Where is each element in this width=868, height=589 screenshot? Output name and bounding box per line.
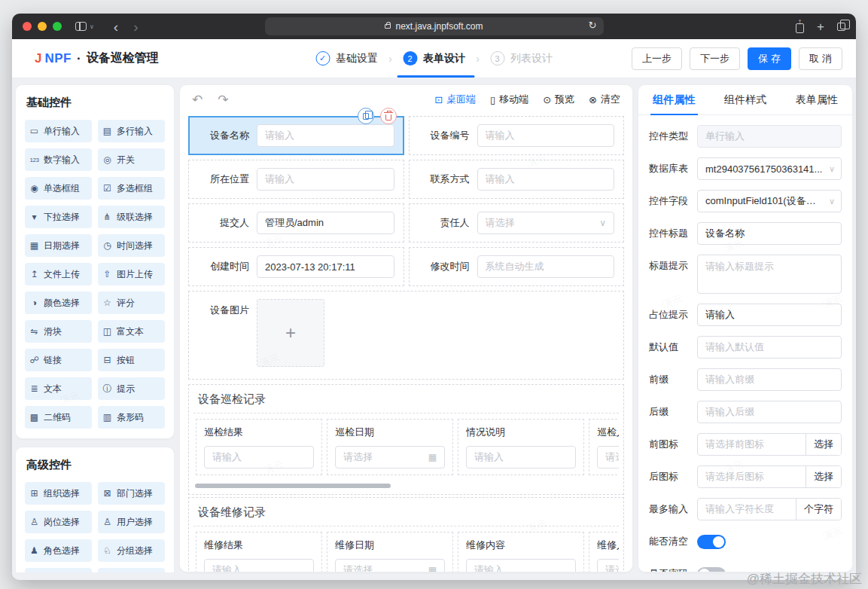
form-field-create-time[interactable]: 创建时间2023-07-13 20:17:11 [188, 247, 404, 286]
subtable-column-维修内容[interactable]: 维修内容请输入 [458, 532, 584, 572]
palette-item-group-select[interactable]: ♘分组选择 [98, 539, 165, 562]
form-field-modify-time[interactable]: 修改时间系统自动生成 [409, 247, 625, 286]
zoom-window-button[interactable] [53, 22, 62, 31]
subtable-column-巡检日期[interactable]: 巡检日期请选择▦ [327, 419, 453, 475]
palette-item-radio-group[interactable]: ◉单选框组 [25, 177, 92, 200]
field-device-code-input[interactable]: 请输入 [477, 124, 615, 147]
palette-item-button[interactable]: ⊟按钮 [98, 349, 165, 371]
palette-item-dept-select[interactable]: ⊠部门选择 [98, 482, 165, 505]
palette-item-cascade-select[interactable]: ⋔级联选择 [98, 206, 165, 228]
field-contact-input[interactable]: 请输入 [477, 168, 615, 191]
back-icon-select-button[interactable]: 选择 [806, 466, 841, 487]
clearable-toggle[interactable] [697, 535, 726, 549]
palette-item-tip[interactable]: ⓘ提示 [98, 377, 165, 400]
step-基础设置[interactable]: ✓基础设置 [315, 39, 378, 78]
canvas-mode-preview[interactable]: ⊙预览 [543, 93, 574, 106]
next-step-button[interactable]: 下一步 [690, 47, 740, 70]
palette-item-barcode[interactable]: ▥条形码 [98, 406, 165, 429]
column-input[interactable]: 请输入 [204, 559, 314, 572]
default-value-input[interactable]: 请输入默认值 [697, 336, 842, 359]
palette-item-qrcode[interactable]: ▩二维码 [25, 406, 92, 429]
palette-item-rich-text[interactable]: ◫富文本 [98, 320, 165, 343]
palette-item-slider[interactable]: ⇋滑块 [25, 320, 92, 343]
subtable-repair-records[interactable]: 设备维修记录维修结果请输入维修日期请选择▦维修内容请输入维修人请选择∨ [188, 497, 624, 572]
subtable-column-维修结果[interactable]: 维修结果请输入 [196, 532, 322, 572]
field-submitter-input[interactable]: 管理员/admin [257, 212, 394, 234]
tab-component-props[interactable]: 组件属性 [638, 85, 710, 114]
palette-item-date-picker[interactable]: ▦日期选择 [25, 234, 92, 257]
palette-item-dropdown-select[interactable]: ▾下拉选择 [25, 206, 92, 228]
reload-icon[interactable]: ↻ [589, 20, 597, 31]
column-input[interactable]: 请选择∨ [597, 446, 619, 468]
new-tab-button[interactable]: + [817, 20, 824, 33]
palette-item-multi-line-input[interactable]: ▤多行输入 [98, 120, 165, 142]
image-upload-box[interactable]: + [257, 299, 324, 367]
cancel-button[interactable]: 取消 [799, 47, 842, 70]
prefix-input[interactable]: 请输入前缀 [697, 368, 842, 391]
tab-form-props[interactable]: 表单属性 [781, 85, 852, 114]
placeholder-tip-input[interactable]: 请输入 [697, 304, 842, 326]
palette-item-design-subtable[interactable]: ▦设计子表 [98, 568, 165, 572]
subtable-column-维修人[interactable]: 维修人请选择∨ [589, 532, 619, 572]
address-bar[interactable]: next.java.jnpfsoft.com ↻ [265, 17, 604, 35]
palette-item-single-line-input[interactable]: ▭单行输入 [25, 120, 92, 142]
delete-field-button[interactable] [380, 108, 397, 124]
field-device-name-input[interactable]: 请输入 [257, 124, 394, 147]
palette-item-number-input[interactable]: 123数字输入 [25, 148, 92, 171]
minimize-window-button[interactable] [38, 22, 47, 31]
form-field-submitter[interactable]: 提交人管理员/admin [188, 203, 404, 243]
palette-item-user-select[interactable]: ♙用户选择 [98, 511, 165, 533]
field-modify-time-input[interactable]: 系统自动生成 [477, 255, 615, 278]
database-table-input[interactable]: mt294037561750363141...∨ [697, 157, 842, 180]
forward-button[interactable]: › [133, 20, 138, 34]
form-field-device-code[interactable]: 设备编号请输入 [409, 116, 625, 155]
redo-icon[interactable]: ↷ [218, 92, 228, 108]
control-field-input[interactable]: comInputField101(设备名称)∨ [697, 190, 842, 212]
is-password-toggle[interactable] [697, 567, 726, 573]
column-input[interactable]: 请输入 [466, 446, 576, 468]
close-window-button[interactable] [23, 22, 32, 31]
subtable-column-巡检结果[interactable]: 巡检结果请输入 [196, 419, 322, 475]
subtable-column-维修日期[interactable]: 维修日期请选择▦ [327, 532, 453, 572]
tab-overview-icon[interactable] [837, 23, 845, 31]
palette-item-text[interactable]: ≣文本 [25, 377, 92, 400]
step-表单设计[interactable]: 2表单设计 [403, 39, 465, 78]
canvas-mode-mobile[interactable]: ▯移动端 [490, 93, 528, 106]
form-field-location[interactable]: 所在位置请输入 [188, 160, 404, 199]
step-列表设计[interactable]: 3列表设计 [490, 39, 553, 78]
share-icon[interactable] [796, 23, 804, 33]
palette-item-image-upload[interactable]: ⇧图片上传 [98, 263, 165, 285]
palette-item-position-select[interactable]: ♙岗位选择 [25, 511, 92, 533]
palette-item-switch[interactable]: ◎开关 [98, 148, 165, 171]
palette-item-role-select[interactable]: ♟角色选择 [25, 539, 92, 562]
canvas-mode-desktop[interactable]: ⊡桌面端 [434, 93, 476, 106]
front-icon-input[interactable]: 请选择前图标选择 [697, 433, 842, 456]
palette-item-org-select[interactable]: ⊞组织选择 [25, 482, 92, 505]
column-input[interactable]: 请输入 [204, 446, 314, 468]
control-title-input[interactable]: 设备名称 [697, 222, 842, 245]
horizontal-scrollbar[interactable] [195, 484, 391, 488]
palette-item-user-component[interactable]: ♟用户组件 [25, 568, 92, 572]
form-field-device-name[interactable]: 设备名称请输入 [188, 116, 404, 155]
canvas-mode-clear[interactable]: ⊗清空 [589, 93, 620, 106]
undo-icon[interactable]: ↶ [192, 92, 203, 108]
front-icon-select-button[interactable]: 选择 [806, 434, 841, 455]
copy-field-button[interactable] [358, 108, 374, 124]
palette-item-file-upload[interactable]: ↥文件上传 [25, 263, 92, 285]
form-field-owner[interactable]: 责任人请选择∨ [409, 203, 625, 243]
field-owner-input[interactable]: 请选择∨ [477, 212, 615, 234]
tab-component-style[interactable]: 组件样式 [710, 85, 781, 114]
form-field-device-image[interactable]: 设备图片+ [188, 291, 624, 380]
prev-step-button[interactable]: 上一步 [632, 47, 682, 70]
palette-item-checkbox-group[interactable]: ☑多选框组 [98, 177, 165, 200]
palette-item-time-picker[interactable]: ◷时间选择 [98, 234, 165, 257]
subtable-column-情况说明[interactable]: 情况说明请输入 [458, 419, 584, 475]
column-input[interactable]: 请输入 [466, 559, 576, 572]
subtable-column-巡检人[interactable]: 巡检人请选择∨ [589, 419, 619, 475]
max-length-input[interactable]: 请输入字符长度个字符 [697, 498, 842, 520]
field-location-input[interactable]: 请输入 [257, 168, 394, 191]
form-field-contact[interactable]: 联系方式请输入 [409, 160, 625, 199]
save-button[interactable]: 保存 [748, 47, 791, 70]
column-input[interactable]: 请选择▦ [335, 446, 445, 468]
subtable-inspection-records[interactable]: 设备巡检记录巡检结果请输入巡检日期请选择▦情况说明请输入巡检人请选择∨ [188, 384, 624, 495]
